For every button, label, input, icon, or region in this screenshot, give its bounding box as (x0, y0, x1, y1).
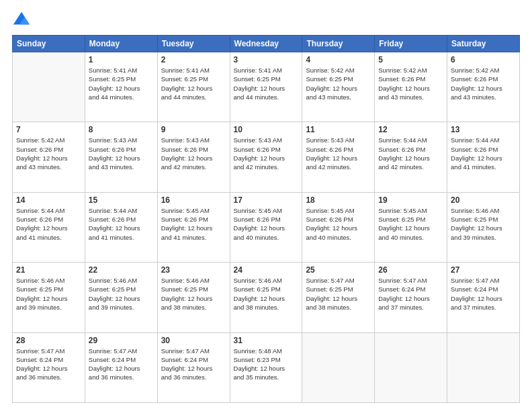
calendar-cell: 7Sunrise: 5:42 AMSunset: 6:26 PMDaylight… (13, 122, 85, 192)
calendar-cell: 6Sunrise: 5:42 AMSunset: 6:26 PMDaylight… (447, 52, 520, 122)
header-cell-monday: Monday (85, 36, 157, 52)
day-number: 27 (451, 265, 516, 275)
day-number: 22 (89, 265, 154, 275)
day-info: Sunrise: 5:45 AMSunset: 6:25 PMDaylight:… (378, 206, 443, 242)
day-number: 29 (89, 336, 154, 345)
calendar-cell: 14Sunrise: 5:44 AMSunset: 6:26 PMDayligh… (13, 192, 85, 262)
day-info: Sunrise: 5:45 AMSunset: 6:26 PMDaylight:… (234, 206, 299, 242)
calendar-cell: 28Sunrise: 5:47 AMSunset: 6:24 PMDayligh… (13, 332, 85, 402)
day-number: 31 (234, 336, 299, 345)
day-info: Sunrise: 5:41 AMSunset: 6:25 PMDaylight:… (89, 66, 154, 101)
calendar-cell: 29Sunrise: 5:47 AMSunset: 6:24 PMDayligh… (85, 332, 157, 402)
calendar-cell: 5Sunrise: 5:42 AMSunset: 6:26 PMDaylight… (375, 52, 447, 122)
calendar-cell: 3Sunrise: 5:41 AMSunset: 6:25 PMDaylight… (230, 52, 302, 122)
calendar-week-2: 7Sunrise: 5:42 AMSunset: 6:26 PMDaylight… (13, 122, 520, 192)
calendar-cell (375, 332, 447, 402)
day-info: Sunrise: 5:47 AMSunset: 6:24 PMDaylight:… (89, 347, 154, 382)
day-info: Sunrise: 5:44 AMSunset: 6:26 PMDaylight:… (16, 206, 81, 242)
day-number: 9 (161, 125, 226, 134)
day-number: 5 (378, 55, 443, 64)
calendar-cell: 23Sunrise: 5:46 AMSunset: 6:25 PMDayligh… (157, 263, 230, 332)
day-info: Sunrise: 5:47 AMSunset: 6:25 PMDaylight:… (306, 276, 371, 312)
day-info: Sunrise: 5:44 AMSunset: 6:26 PMDaylight:… (89, 206, 154, 242)
day-number: 4 (306, 55, 371, 64)
day-number: 26 (378, 265, 443, 275)
day-info: Sunrise: 5:46 AMSunset: 6:25 PMDaylight:… (89, 276, 154, 312)
day-number: 2 (161, 55, 226, 64)
day-info: Sunrise: 5:46 AMSunset: 6:25 PMDaylight:… (234, 276, 299, 312)
day-number: 10 (234, 125, 299, 134)
header-cell-friday: Friday (375, 36, 447, 52)
day-number: 16 (161, 195, 226, 205)
day-info: Sunrise: 5:43 AMSunset: 6:26 PMDaylight:… (161, 136, 226, 171)
day-number: 24 (234, 265, 299, 275)
calendar-week-3: 14Sunrise: 5:44 AMSunset: 6:26 PMDayligh… (13, 192, 520, 262)
day-info: Sunrise: 5:43 AMSunset: 6:26 PMDaylight:… (234, 136, 299, 171)
day-info: Sunrise: 5:44 AMSunset: 6:26 PMDaylight:… (378, 136, 443, 171)
header-cell-thursday: Thursday (302, 36, 375, 52)
day-info: Sunrise: 5:42 AMSunset: 6:25 PMDaylight:… (306, 66, 371, 101)
calendar-cell: 26Sunrise: 5:47 AMSunset: 6:24 PMDayligh… (375, 263, 447, 332)
day-info: Sunrise: 5:47 AMSunset: 6:24 PMDaylight:… (161, 347, 226, 382)
day-number: 19 (378, 195, 443, 205)
calendar-cell: 20Sunrise: 5:46 AMSunset: 6:25 PMDayligh… (447, 192, 520, 262)
day-number: 8 (89, 125, 154, 134)
day-number: 1 (89, 55, 154, 64)
calendar-cell: 8Sunrise: 5:43 AMSunset: 6:26 PMDaylight… (85, 122, 157, 192)
day-number: 14 (16, 195, 81, 205)
calendar-cell: 13Sunrise: 5:44 AMSunset: 6:26 PMDayligh… (447, 122, 520, 192)
calendar-week-5: 28Sunrise: 5:47 AMSunset: 6:24 PMDayligh… (13, 332, 520, 402)
calendar-cell: 25Sunrise: 5:47 AMSunset: 6:25 PMDayligh… (302, 263, 375, 332)
calendar-body: 1Sunrise: 5:41 AMSunset: 6:25 PMDaylight… (13, 52, 520, 403)
day-number: 6 (451, 55, 516, 64)
header-cell-saturday: Saturday (447, 36, 520, 52)
day-info: Sunrise: 5:42 AMSunset: 6:26 PMDaylight:… (378, 66, 443, 101)
day-number: 28 (16, 336, 81, 345)
day-info: Sunrise: 5:47 AMSunset: 6:24 PMDaylight:… (451, 276, 516, 312)
calendar-table: SundayMondayTuesdayWednesdayThursdayFrid… (12, 35, 520, 403)
calendar-cell: 31Sunrise: 5:48 AMSunset: 6:23 PMDayligh… (230, 332, 302, 402)
day-number: 17 (234, 195, 299, 205)
calendar-cell (447, 332, 520, 402)
day-number: 18 (306, 195, 371, 205)
calendar-cell: 18Sunrise: 5:45 AMSunset: 6:26 PMDayligh… (302, 192, 375, 262)
calendar-cell: 16Sunrise: 5:45 AMSunset: 6:26 PMDayligh… (157, 192, 230, 262)
day-info: Sunrise: 5:46 AMSunset: 6:25 PMDaylight:… (16, 276, 81, 312)
calendar-cell (13, 52, 85, 122)
day-number: 21 (16, 265, 81, 275)
day-number: 13 (451, 125, 516, 134)
calendar-cell: 4Sunrise: 5:42 AMSunset: 6:25 PMDaylight… (302, 52, 375, 122)
header-cell-tuesday: Tuesday (157, 36, 230, 52)
day-number: 3 (234, 55, 299, 64)
day-number: 20 (451, 195, 516, 205)
calendar-cell: 2Sunrise: 5:41 AMSunset: 6:25 PMDaylight… (157, 52, 230, 122)
day-info: Sunrise: 5:44 AMSunset: 6:26 PMDaylight:… (451, 136, 516, 171)
day-number: 12 (378, 125, 443, 134)
day-info: Sunrise: 5:42 AMSunset: 6:26 PMDaylight:… (451, 66, 516, 101)
day-info: Sunrise: 5:43 AMSunset: 6:26 PMDaylight:… (89, 136, 154, 171)
day-info: Sunrise: 5:45 AMSunset: 6:26 PMDaylight:… (161, 206, 226, 242)
day-info: Sunrise: 5:47 AMSunset: 6:24 PMDaylight:… (378, 276, 443, 312)
calendar-week-1: 1Sunrise: 5:41 AMSunset: 6:25 PMDaylight… (13, 52, 520, 122)
day-info: Sunrise: 5:46 AMSunset: 6:25 PMDaylight:… (161, 276, 226, 312)
calendar-cell: 19Sunrise: 5:45 AMSunset: 6:25 PMDayligh… (375, 192, 447, 262)
header-cell-wednesday: Wednesday (230, 36, 302, 52)
calendar-cell: 17Sunrise: 5:45 AMSunset: 6:26 PMDayligh… (230, 192, 302, 262)
day-number: 30 (161, 336, 226, 345)
header-cell-sunday: Sunday (13, 36, 85, 52)
day-info: Sunrise: 5:42 AMSunset: 6:26 PMDaylight:… (16, 136, 81, 171)
day-number: 15 (89, 195, 154, 205)
calendar-cell: 15Sunrise: 5:44 AMSunset: 6:26 PMDayligh… (85, 192, 157, 262)
day-info: Sunrise: 5:45 AMSunset: 6:26 PMDaylight:… (306, 206, 371, 242)
calendar-header: SundayMondayTuesdayWednesdayThursdayFrid… (13, 36, 520, 52)
day-info: Sunrise: 5:47 AMSunset: 6:24 PMDaylight:… (16, 347, 81, 382)
day-number: 25 (306, 265, 371, 275)
calendar-cell: 11Sunrise: 5:43 AMSunset: 6:26 PMDayligh… (302, 122, 375, 192)
calendar-cell: 27Sunrise: 5:47 AMSunset: 6:24 PMDayligh… (447, 263, 520, 332)
calendar-cell: 21Sunrise: 5:46 AMSunset: 6:25 PMDayligh… (13, 263, 85, 332)
calendar-cell: 12Sunrise: 5:44 AMSunset: 6:26 PMDayligh… (375, 122, 447, 192)
header (12, 11, 520, 30)
day-info: Sunrise: 5:46 AMSunset: 6:25 PMDaylight:… (451, 206, 516, 242)
logo-icon (12, 11, 31, 30)
day-info: Sunrise: 5:48 AMSunset: 6:23 PMDaylight:… (234, 347, 299, 382)
